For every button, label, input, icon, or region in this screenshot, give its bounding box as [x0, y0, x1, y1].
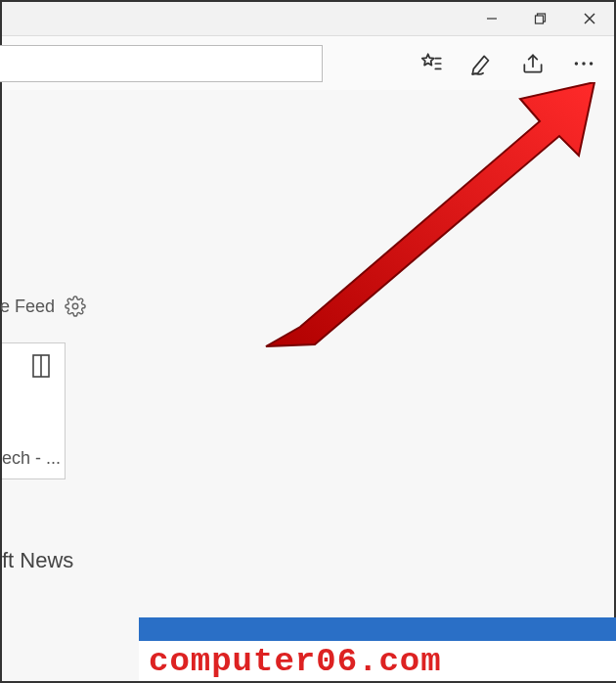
watermark-text: computer06.com [139, 641, 616, 681]
news-section-label: ft News [2, 548, 614, 573]
window-titlebar [2, 2, 614, 36]
share-button[interactable] [510, 41, 555, 86]
svg-point-13 [72, 303, 78, 309]
svg-rect-2 [536, 16, 544, 23]
feed-header: e Feed [0, 296, 614, 317]
browser-window: e Feed ech - ... ft News computer06.com [0, 0, 616, 683]
favorites-list-icon [418, 51, 444, 76]
feed-settings-button[interactable] [65, 296, 86, 317]
address-input[interactable] [0, 45, 323, 82]
site-tile[interactable]: ech - ... [2, 342, 66, 479]
window-restore-button[interactable] [516, 2, 565, 36]
page-icon [31, 353, 55, 381]
feed-label: e Feed [0, 296, 55, 317]
svg-point-10 [575, 62, 578, 65]
window-close-button[interactable] [565, 2, 614, 36]
minimize-icon [485, 12, 499, 25]
web-notes-button[interactable] [460, 41, 505, 86]
svg-point-11 [582, 62, 585, 65]
pen-icon [469, 51, 495, 76]
watermark: computer06.com [139, 617, 616, 681]
site-tile-icon [31, 353, 55, 385]
window-minimize-button[interactable] [467, 2, 516, 36]
svg-point-12 [590, 62, 593, 65]
svg-marker-5 [422, 54, 434, 65]
gear-icon [65, 296, 86, 317]
close-icon [583, 12, 596, 25]
settings-more-button[interactable] [561, 41, 606, 86]
share-icon [520, 51, 546, 76]
watermark-stripe [139, 617, 616, 641]
restore-icon [534, 12, 548, 25]
browser-toolbar [2, 36, 614, 90]
favorites-button[interactable] [409, 41, 454, 86]
start-page-content: e Feed ech - ... ft News [2, 90, 614, 681]
more-icon [571, 51, 596, 76]
site-tile-label: ech - ... [2, 448, 59, 469]
